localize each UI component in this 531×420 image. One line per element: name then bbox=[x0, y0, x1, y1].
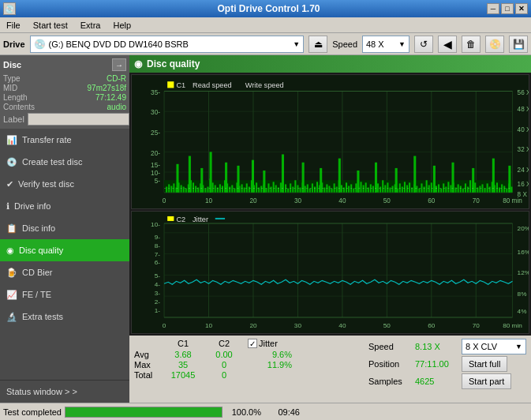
svg-rect-86 bbox=[267, 183, 269, 192]
svg-rect-98 bbox=[297, 185, 298, 192]
svg-rect-104 bbox=[312, 183, 313, 192]
length-label: Length bbox=[3, 93, 28, 102]
svg-rect-99 bbox=[299, 188, 301, 193]
svg-rect-39 bbox=[167, 81, 174, 88]
svg-text:80 min: 80 min bbox=[503, 197, 522, 204]
svg-rect-60 bbox=[204, 189, 206, 193]
sidebar-item-extra-tests[interactable]: 🔬 Extra tests bbox=[0, 306, 129, 328]
rip-button[interactable]: 📀 bbox=[485, 36, 504, 53]
eject-button[interactable]: ⏏ bbox=[309, 36, 327, 53]
status-time: 09:46 bbox=[264, 407, 300, 417]
menu-file[interactable]: File bbox=[2, 20, 25, 31]
start-part-button[interactable]: Start part bbox=[462, 373, 511, 389]
svg-rect-50 bbox=[181, 185, 182, 192]
svg-rect-199 bbox=[357, 171, 359, 193]
total-c1: 17045 bbox=[163, 370, 204, 380]
svg-text:6-: 6- bbox=[155, 260, 161, 267]
menu-help[interactable]: Help bbox=[108, 20, 136, 31]
sidebar-item-disc-quality[interactable]: ◉ Disc quality bbox=[0, 239, 129, 261]
svg-text:40: 40 bbox=[338, 322, 346, 329]
speed-dropdown-arrow: ▼ bbox=[398, 40, 406, 48]
svg-rect-159 bbox=[445, 187, 447, 193]
svg-rect-103 bbox=[309, 189, 311, 193]
back-button[interactable]: ◀ bbox=[438, 36, 457, 53]
svg-rect-174 bbox=[481, 184, 483, 192]
svg-rect-109 bbox=[323, 188, 325, 193]
svg-rect-136 bbox=[389, 188, 391, 193]
svg-rect-184 bbox=[506, 189, 507, 193]
svg-rect-183 bbox=[503, 186, 505, 192]
disc-refresh-button[interactable]: → bbox=[112, 58, 126, 71]
jitter-label: Jitter bbox=[259, 339, 278, 348]
svg-text:24 X: 24 X bbox=[518, 167, 529, 174]
progress-percentage: 100.0% bbox=[226, 407, 261, 417]
minimize-button[interactable]: ─ bbox=[487, 3, 499, 14]
svg-text:40: 40 bbox=[338, 197, 346, 204]
svg-rect-157 bbox=[440, 189, 442, 193]
svg-rect-134 bbox=[384, 185, 386, 192]
svg-rect-85 bbox=[265, 189, 267, 193]
svg-rect-91 bbox=[280, 182, 282, 192]
maximize-button[interactable]: □ bbox=[501, 3, 514, 14]
sidebar-item-transfer-rate[interactable]: 📊 Transfer rate bbox=[0, 129, 129, 151]
clv-speed-selector[interactable]: 8 X CLV ▼ bbox=[462, 339, 526, 354]
svg-rect-249 bbox=[167, 216, 174, 221]
svg-rect-101 bbox=[305, 186, 306, 192]
extra-tests-label: Extra tests bbox=[22, 312, 63, 321]
clv-speed-value: 8 X CLV bbox=[466, 342, 497, 351]
eraser-button[interactable]: 🗑 bbox=[462, 36, 481, 53]
svg-text:10-: 10- bbox=[151, 221, 160, 228]
refresh-speed-button[interactable]: ↺ bbox=[414, 36, 433, 53]
svg-rect-61 bbox=[207, 187, 208, 193]
svg-rect-141 bbox=[402, 187, 403, 193]
svg-rect-131 bbox=[377, 183, 379, 192]
speed-selector[interactable]: 48 X ▼ bbox=[362, 36, 409, 53]
svg-text:56 X: 56 X bbox=[518, 89, 529, 96]
clv-dropdown-arrow: ▼ bbox=[515, 343, 522, 351]
menu-extra[interactable]: Extra bbox=[76, 20, 106, 31]
sidebar-item-verify-test-disc[interactable]: ✔ Verify test disc bbox=[0, 173, 129, 195]
menu-start-test[interactable]: Start test bbox=[28, 20, 73, 31]
svg-text:7-: 7- bbox=[155, 251, 161, 258]
app-icon: 💿 bbox=[3, 2, 16, 15]
svg-rect-133 bbox=[382, 180, 383, 192]
disc-quality-header: ◉ Disc quality bbox=[129, 55, 531, 73]
svg-rect-81 bbox=[256, 182, 257, 192]
avg-row-label: Avg bbox=[134, 350, 163, 359]
svg-rect-195 bbox=[282, 154, 284, 192]
status-window-button[interactable]: Status window > > bbox=[0, 381, 129, 403]
svg-rect-176 bbox=[487, 183, 488, 192]
sidebar-item-drive-info[interactable]: ℹ Drive info bbox=[0, 195, 129, 217]
create-test-disc-icon: 💿 bbox=[6, 157, 17, 167]
svg-rect-46 bbox=[170, 186, 172, 192]
svg-text:48 X: 48 X bbox=[518, 106, 529, 113]
sidebar-item-create-test-disc[interactable]: 💿 Create test disc bbox=[0, 151, 129, 173]
svg-text:1-: 1- bbox=[155, 307, 161, 314]
svg-rect-190 bbox=[210, 152, 212, 192]
start-full-button[interactable]: Start full bbox=[462, 356, 507, 372]
save-button[interactable]: 💾 bbox=[509, 36, 528, 53]
mid-label: MID bbox=[3, 84, 17, 92]
svg-text:5-: 5- bbox=[155, 273, 161, 280]
svg-text:30: 30 bbox=[294, 322, 302, 329]
sidebar-item-fe-te[interactable]: 📈 FE / TE bbox=[0, 283, 129, 306]
sidebar-item-cd-bier[interactable]: 🍺 CD Bier bbox=[0, 261, 129, 283]
drive-selector[interactable]: 💿 (G:) BENQ DVD DD DW1640 BSRB ▼ bbox=[30, 36, 305, 53]
sidebar-item-disc-info[interactable]: 📋 Disc info bbox=[0, 217, 129, 239]
svg-rect-209 bbox=[132, 212, 529, 333]
svg-rect-147 bbox=[416, 186, 417, 192]
label-input[interactable] bbox=[28, 113, 129, 126]
drive-info-label: Drive info bbox=[14, 201, 50, 211]
verify-test-disc-label: Verify test disc bbox=[18, 179, 74, 189]
contents-value: audio bbox=[107, 103, 126, 111]
svg-rect-180 bbox=[496, 182, 498, 192]
jitter-checkbox[interactable]: ✓ bbox=[248, 339, 257, 348]
svg-text:25-: 25- bbox=[151, 129, 160, 137]
speed-stat-value: 8.13 X bbox=[415, 342, 458, 351]
avg-c2: 0.00 bbox=[204, 350, 245, 359]
close-button[interactable]: ✕ bbox=[515, 3, 528, 14]
svg-rect-194 bbox=[263, 171, 265, 193]
svg-rect-97 bbox=[294, 180, 296, 192]
svg-text:15-: 15- bbox=[151, 162, 160, 169]
svg-rect-144 bbox=[409, 182, 410, 192]
